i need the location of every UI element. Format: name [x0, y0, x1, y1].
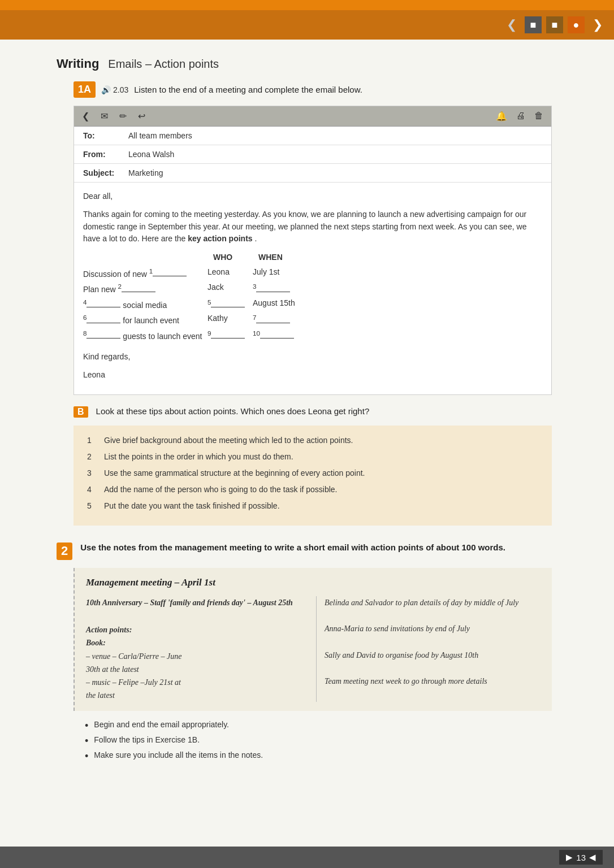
bell-icon[interactable]: 🔔 — [496, 111, 507, 121]
subject-label: Subject: — [83, 168, 123, 177]
back-icon[interactable]: ❮ — [82, 111, 89, 121]
row4-task: 6 for launch event — [83, 312, 207, 327]
email-signature: Leona — [83, 369, 542, 381]
tip-2-text: List the points in the order in which yo… — [104, 451, 293, 463]
exercise-instruction: Listen to the end of a meeting and compl… — [134, 85, 362, 94]
to-value: All team members — [128, 131, 192, 140]
row1-when: July 1st — [253, 266, 321, 281]
tip-3-num: 3 — [87, 467, 97, 479]
ex-label: 1A — [78, 84, 91, 95]
tip-3-text: Use the same grammatical structure at th… — [104, 467, 365, 479]
tips-box: 1 Give brief background about the meetin… — [73, 426, 552, 526]
row4-who: Kathy — [207, 312, 253, 327]
edit-icon[interactable]: ✏ — [119, 111, 127, 121]
nav-arrow-right[interactable]: ❯ — [593, 18, 603, 32]
row2-when: 3 — [253, 281, 321, 296]
table-row: Plan new 2 Jack 3 — [83, 281, 542, 296]
table-row: 6 for launch event Kathy 7 — [83, 312, 542, 327]
row3-who: 5 — [207, 297, 253, 312]
section-b-header: B Look at these tips about action points… — [73, 406, 552, 418]
notes-action-label: Action points:Book: – venue – Carla/Pier… — [86, 626, 181, 699]
tip-1-text: Give brief background about the meeting … — [104, 435, 353, 446]
compose-icon[interactable]: ✉ — [101, 111, 108, 121]
nav-arrow-left[interactable]: ❮ — [507, 18, 517, 32]
tip-item: 2 List the points in the order in which … — [87, 451, 538, 463]
notes-left-title: 10th Anniversary – Staff 'family and fri… — [86, 596, 310, 609]
tip-2-num: 2 — [87, 451, 97, 463]
bullet-dot: • — [85, 721, 88, 731]
audio-icon[interactable]: 🔊 2.03 — [101, 85, 128, 94]
list-item: • Begin and end the email appropriately. — [85, 720, 552, 731]
table-row: Discussion of new 1 Leona July 1st — [83, 266, 542, 281]
section-b-label: B — [73, 406, 88, 418]
notes-right-1: Belinda and Salvador to plan details of … — [325, 596, 541, 609]
page-arrow-right[interactable]: ◀ — [589, 852, 596, 862]
tip-item: 3 Use the same grammatical structure at … — [87, 467, 538, 479]
col-task — [89, 251, 213, 264]
notes-left: 10th Anniversary – Staff 'family and fri… — [86, 596, 310, 702]
bullet-3-text: Make sure you include all the items in t… — [94, 750, 263, 760]
list-item: • Follow the tips in Exercise 1B. — [85, 735, 552, 746]
tip-4-num: 4 — [87, 484, 97, 496]
nav-btn-2[interactable]: ■ — [546, 16, 563, 33]
email-greeting: Dear all, — [83, 190, 542, 203]
email-body: Dear all, Thanks again for coming to the… — [74, 183, 551, 394]
action-table-body: Discussion of new 1 Leona July 1st Plan … — [83, 266, 542, 343]
page-num-text: 13 — [576, 853, 586, 862]
nav-bar: ❮ ■ ■ ● ❯ — [0, 10, 614, 40]
bullet-2-text: Follow the tips in Exercise 1B. — [94, 735, 200, 744]
table-row: 4 social media 5 August 15th — [83, 297, 542, 312]
bullet-1-text: Begin and end the email appropriately. — [94, 720, 229, 729]
section-2-header: 2 Use the notes from the management meet… — [57, 542, 552, 560]
bullet-dot: • — [85, 751, 88, 761]
reply-icon[interactable]: ↩ — [138, 111, 145, 121]
toolbar-right: 🔔 🖨 🗑 — [496, 111, 543, 121]
row5-task: 8 guests to launch event — [83, 328, 207, 343]
notes-box: Management meeting – April 1st 10th Anni… — [73, 568, 552, 711]
email-body-para: Thanks again for coming to the meeting y… — [83, 209, 542, 245]
writing-label: Writing — [57, 57, 99, 71]
section-2-text: Use the notes from the management meetin… — [80, 542, 505, 552]
trash-icon[interactable]: 🗑 — [534, 111, 543, 121]
section-subtitle: Emails – Action points — [108, 58, 219, 71]
section-title: Writing Emails – Action points — [57, 57, 569, 71]
audio-code: 2.03 — [113, 85, 128, 94]
email-closing: Kind regards, — [83, 351, 542, 363]
bullet-list: • Begin and end the email appropriately.… — [85, 720, 552, 761]
bottom-bar: ▶ 13 ◀ — [0, 847, 614, 868]
email-from-field: From: Leona Walsh — [74, 145, 551, 164]
row1-task: Discussion of new 1 — [83, 266, 207, 281]
from-label: From: — [83, 150, 123, 159]
notes-content: 10th Anniversary – Staff 'family and fri… — [86, 596, 541, 702]
print-icon[interactable]: 🖨 — [516, 111, 525, 121]
tip-item: 4 Add the name of the person who is goin… — [87, 484, 538, 496]
action-table: WHO WHEN Discussion of new 1 Leona July … — [83, 251, 542, 343]
notes-right-2: Anna-Maria to send invitations by end of… — [325, 622, 541, 635]
row1-who: Leona — [207, 266, 253, 281]
main-content: Writing Emails – Action points 1A 🔊 2.03… — [0, 40, 614, 795]
row3-task: 4 social media — [83, 297, 207, 312]
nav-btn-1[interactable]: ■ — [525, 16, 542, 33]
page-arrow-left[interactable]: ▶ — [566, 852, 573, 862]
tip-5-text: Put the date you want the task finished … — [104, 500, 280, 512]
row2-who: Jack — [207, 281, 253, 296]
bullet-dot: • — [85, 736, 88, 746]
to-label: To: — [83, 131, 123, 140]
nav-btn-3[interactable]: ● — [568, 16, 585, 33]
exercise-1a-num: 1A — [73, 81, 96, 98]
tip-item: 5 Put the date you want the task finishe… — [87, 500, 538, 512]
tip-item: 1 Give brief background about the meetin… — [87, 435, 538, 446]
email-box: ❮ ✉ ✏ ↩ 🔔 🖨 🗑 To: All team members From:… — [73, 106, 552, 395]
row4-when: 7 — [253, 312, 321, 327]
notes-right-4: Team meeting next week to go through mor… — [325, 675, 541, 688]
row5-who: 9 — [207, 328, 253, 343]
tip-1-num: 1 — [87, 435, 97, 446]
col-who: WHO — [213, 251, 258, 264]
col-when: WHEN — [258, 251, 326, 264]
section-2-num: 2 — [57, 542, 72, 560]
email-to-field: To: All team members — [74, 127, 551, 145]
tip-5-num: 5 — [87, 500, 97, 512]
subject-value: Marketing — [128, 168, 163, 177]
from-value: Leona Walsh — [128, 150, 174, 159]
action-table-header: WHO WHEN — [83, 251, 542, 264]
